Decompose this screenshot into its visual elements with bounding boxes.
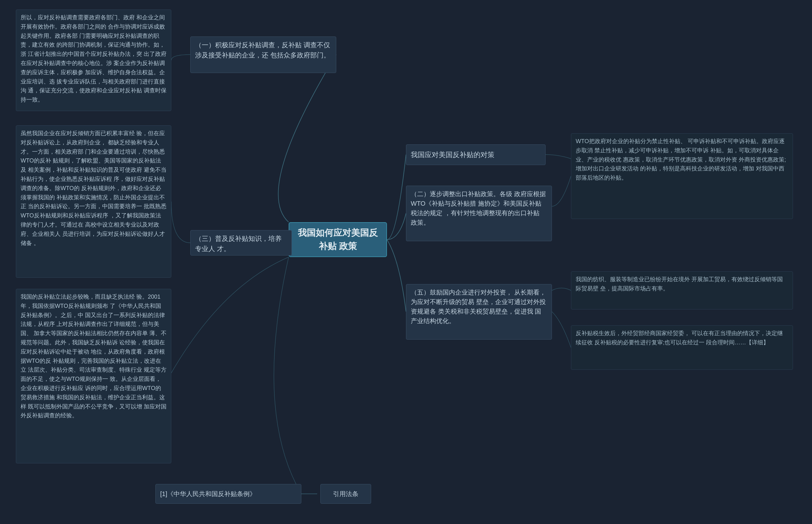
node-right-sub-1: WTO把政府对企业的补贴分为禁止性补贴、 可申诉补贴和不可申诉补贴。政府应逐步取… xyxy=(571,133,793,219)
node-top-left-3-text: 我国的反补贴立法起步较晚，而且缺乏执法经 验。2001年，我国依据WTO反补贴规… xyxy=(21,294,167,419)
node-top-left-1: 所以，应对反补贴调查需要政府各部门、政府 和企业之间开展有效协作。政府各部门之间… xyxy=(16,10,171,111)
node-right-sub-2-text: 我国的纺织、服装等制造业已纷纷开始在境外 开展加工贸易，有效绕过反倾销等国际贸易… xyxy=(576,276,783,292)
node-top-left-2-text: 虽然我国企业在应对反倾销方面已积累丰富经 验，但在应对反补贴诉讼上，从政府到企业… xyxy=(21,130,167,246)
node-right-main-3-text: （五）鼓励国内企业进行对外投资， 从长期看，为应对不断升级的贸易 壁垒，企业可通… xyxy=(411,289,546,324)
center-node-text: 我国如何应对美国反补贴 政策 xyxy=(294,226,382,253)
node-top-left-3: 我国的反补贴立法起步较晚，而且缺乏执法经 验。2001年，我国依据WTO反补贴规… xyxy=(16,289,171,463)
center-node: 我国如何应对美国反补贴 政策 xyxy=(289,222,387,257)
node-right-sub-3: 反补贴税生效后，外经贸部经商国家经贸委， 可以在有正当理由的情况下，决定继续征收… xyxy=(571,325,793,370)
node-right-main-2-text: （二）逐步调整出口补贴政策。各级 政府应根据WTO《补贴与反补贴措 施协定》和美… xyxy=(411,191,546,226)
node-top-left-1-text: 所以，应对反补贴调查需要政府各部门、政府 和企业之间开展有效协作。政府各部门之间… xyxy=(21,14,167,103)
node-right-sub-3-text: 反补贴税生效后，外经贸部经商国家经贸委， 可以在有正当理由的情况下，决定继续征收… xyxy=(576,330,783,346)
node-branch-1: （一）积极应对反补贴调查，反补贴 调查不仅涉及接受补贴的企业，还 包括众多政府部… xyxy=(190,36,336,73)
node-branch-2: （三）普及反补贴知识，培养专业人 才。 xyxy=(190,230,292,256)
node-citation-right-text: 引用法条 xyxy=(333,489,358,498)
mind-map: 我国如何应对美国反补贴 政策 所以，应对反补贴调查需要政府各部门、政府 和企业之… xyxy=(0,0,812,524)
node-right-main-1: 我国应对美国反补贴的对策 xyxy=(406,144,545,165)
node-right-main-1-text: 我国应对美国反补贴的对策 xyxy=(411,149,494,160)
node-right-main-3: （五）鼓励国内企业进行对外投资， 从长期看，为应对不断升级的贸易 壁垒，企业可通… xyxy=(406,284,552,340)
node-top-left-2: 虽然我国企业在应对反倾销方面已积累丰富经 验，但在应对反补贴诉讼上，从政府到企业… xyxy=(16,125,171,278)
node-branch-2-text: （三）普及反补贴知识，培养专业人 才。 xyxy=(195,235,282,252)
node-right-sub-2: 我国的纺织、服装等制造业已纷纷开始在境外 开展加工贸易，有效绕过反倾销等国际贸易… xyxy=(571,272,793,309)
node-right-sub-1-text: WTO把政府对企业的补贴分为禁止性补贴、 可申诉补贴和不可申诉补贴。政府应逐步取… xyxy=(576,138,786,181)
node-citation-left-text: [1]《中华人民共和国反补贴条例》 xyxy=(160,489,256,498)
node-branch-1-text: （一）积极应对反补贴调查，反补贴 调查不仅涉及接受补贴的企业，还 包括众多政府部… xyxy=(195,41,330,59)
node-citation-left: [1]《中华人民共和国反补贴条例》 xyxy=(155,484,301,504)
node-citation-right: 引用法条 xyxy=(320,484,371,504)
node-right-main-2: （二）逐步调整出口补贴政策。各级 政府应根据WTO《补贴与反补贴措 施协定》和美… xyxy=(406,186,552,241)
